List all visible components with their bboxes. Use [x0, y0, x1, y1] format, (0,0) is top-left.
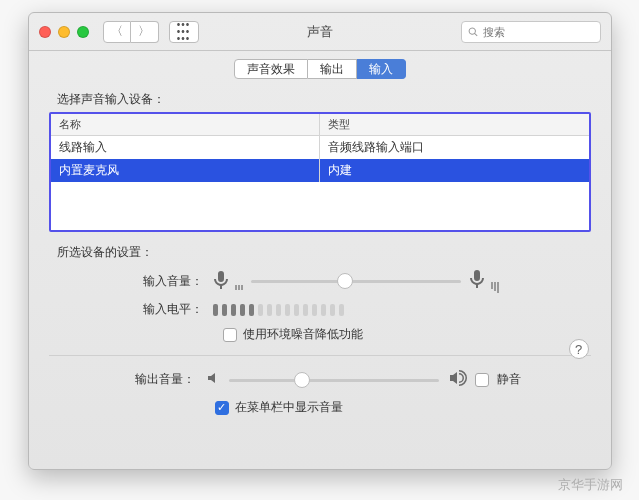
forward-button[interactable]: 〉 [131, 21, 159, 43]
microphone-high-icon [469, 269, 499, 293]
microphone-low-icon [213, 270, 243, 293]
mute-checkbox[interactable] [475, 373, 489, 387]
content-area: 声音效果 输出 输入 选择声音输入设备： 名称 类型 线路输入 音频线路输入端口… [29, 51, 611, 469]
input-device-heading: 选择声音输入设备： [57, 91, 591, 108]
sound-prefs-window: 〈 〉 ••••••••• 声音 声音效果 输出 输入 选择声音输入设备： 名称… [28, 12, 612, 470]
device-type: 内建 [320, 159, 589, 182]
settings-heading: 所选设备的设置： [57, 244, 591, 261]
input-level-row: 输入电平： [57, 301, 591, 318]
device-type: 音频线路输入端口 [320, 136, 589, 159]
back-button[interactable]: 〈 [103, 21, 131, 43]
speaker-low-icon [205, 370, 221, 389]
speaker-high-icon [447, 368, 467, 391]
input-level-label: 输入电平： [57, 301, 213, 318]
show-in-menubar-row: 在菜单栏中显示音量 [215, 399, 591, 416]
show-in-menubar-label: 在菜单栏中显示音量 [235, 399, 343, 416]
window-controls [39, 26, 89, 38]
device-name: 内置麦克风 [51, 159, 320, 182]
tab-sound-effects[interactable]: 声音效果 [234, 59, 308, 79]
tab-bar: 声音效果 输出 输入 [49, 59, 591, 79]
output-volume-row: 输出音量： 静音 [49, 368, 591, 391]
minimize-icon[interactable] [58, 26, 70, 38]
device-name: 线路输入 [51, 136, 320, 159]
tab-input[interactable]: 输入 [357, 59, 406, 79]
input-volume-label: 输入音量： [57, 273, 213, 290]
column-name: 名称 [51, 114, 320, 135]
help-icon: ? [575, 342, 582, 357]
input-device-table[interactable]: 名称 类型 线路输入 音频线路输入端口 内置麦克风 内建 [49, 112, 591, 232]
chevron-right-icon: 〉 [138, 23, 150, 40]
table-row[interactable]: 线路输入 音频线路输入端口 [51, 136, 589, 159]
output-volume-label: 输出音量： [49, 371, 205, 388]
search-input[interactable] [483, 26, 593, 38]
input-volume-row: 输入音量： [57, 269, 591, 293]
output-volume-slider[interactable] [229, 372, 439, 388]
search-field[interactable] [461, 21, 601, 43]
tab-output[interactable]: 输出 [308, 59, 357, 79]
search-icon [468, 26, 479, 38]
input-level-meter [213, 304, 344, 316]
show-in-menubar-checkbox[interactable] [215, 401, 229, 415]
selected-device-settings: 所选设备的设置： 输入音量： [57, 244, 591, 343]
titlebar: 〈 〉 ••••••••• 声音 [29, 13, 611, 51]
help-button[interactable]: ? [569, 339, 589, 359]
divider [49, 355, 591, 356]
grid-icon: ••••••••• [177, 21, 191, 42]
chevron-left-icon: 〈 [111, 23, 123, 40]
close-icon[interactable] [39, 26, 51, 38]
watermark: 京华手游网 [558, 476, 623, 494]
column-type: 类型 [320, 114, 589, 135]
noise-reduction-label: 使用环境噪音降低功能 [243, 326, 363, 343]
input-volume-slider[interactable] [251, 273, 461, 289]
table-header: 名称 类型 [51, 114, 589, 136]
table-row[interactable]: 内置麦克风 内建 [51, 159, 589, 182]
noise-reduction-row: 使用环境噪音降低功能 [223, 326, 591, 343]
zoom-icon[interactable] [77, 26, 89, 38]
mute-label: 静音 [497, 371, 521, 388]
show-all-button[interactable]: ••••••••• [169, 21, 199, 43]
noise-reduction-checkbox[interactable] [223, 328, 237, 342]
nav-back-forward: 〈 〉 [103, 21, 159, 43]
